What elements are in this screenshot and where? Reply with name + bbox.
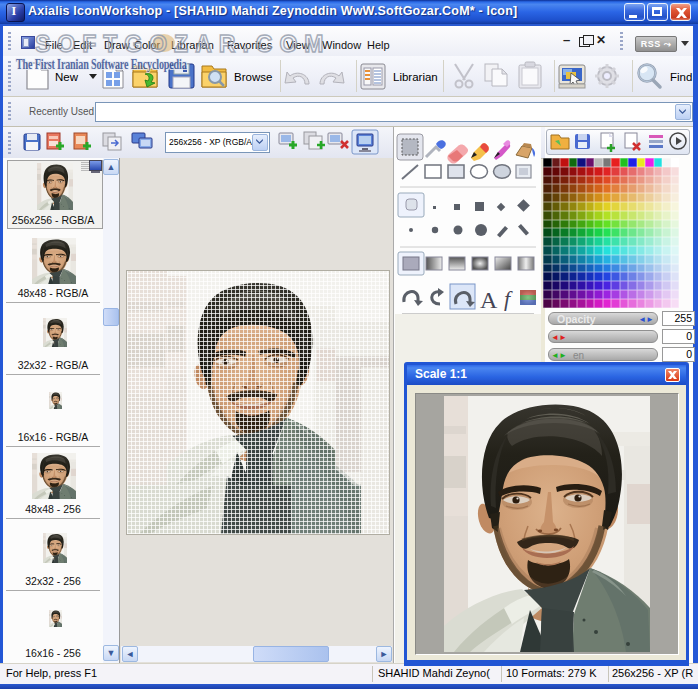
svg-text:A: A — [480, 287, 498, 313]
svg-text:f: f — [504, 286, 513, 311]
